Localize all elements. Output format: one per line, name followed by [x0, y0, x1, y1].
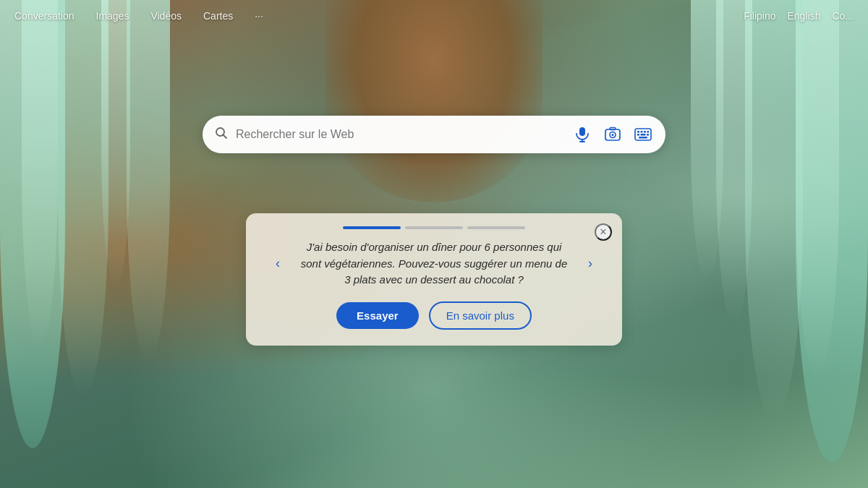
svg-rect-13: [647, 131, 650, 133]
svg-rect-8: [610, 128, 616, 130]
nav-more[interactable]: ···: [255, 10, 263, 22]
nav-cartes[interactable]: Cartes: [203, 10, 233, 22]
keyboard-icon[interactable]: [632, 124, 654, 145]
card-progress: [266, 226, 602, 229]
try-button[interactable]: Essayer: [336, 302, 419, 329]
microphone-icon[interactable]: [571, 124, 593, 145]
camera-search-icon[interactable]: [602, 124, 624, 145]
nav-filipino[interactable]: Filipino: [744, 10, 775, 22]
close-button[interactable]: ×: [595, 223, 612, 241]
search-bar: [203, 116, 665, 153]
search-input[interactable]: [236, 128, 571, 141]
suggestion-card: × ‹ J'ai besoin d'organiser un dîner pou…: [246, 213, 622, 346]
svg-line-1: [224, 135, 227, 139]
search-icons-right: [571, 124, 654, 145]
svg-rect-11: [641, 131, 643, 133]
nav-images[interactable]: Images: [96, 10, 129, 22]
svg-rect-14: [637, 134, 639, 136]
progress-bar-1: [343, 226, 401, 229]
card-body: ‹ J'ai besoin d'organiser un dîner pour …: [266, 239, 602, 288]
nav-videos[interactable]: Vidéos: [150, 10, 182, 22]
progress-bar-3: [467, 226, 525, 229]
svg-rect-10: [637, 131, 639, 133]
suggestion-text: J'ai besoin d'organiser un dîner pour 6 …: [298, 239, 570, 288]
prev-button[interactable]: ‹: [266, 252, 289, 275]
search-icon: [214, 126, 229, 143]
nav-links: Conversation Images Vidéos Cartes ···: [14, 10, 263, 22]
nav-english[interactable]: English: [788, 10, 821, 22]
search-area: [203, 116, 665, 153]
nav-conversation[interactable]: Conversation: [14, 10, 75, 22]
nav-more-lang[interactable]: Co...: [832, 10, 854, 22]
svg-rect-17: [639, 137, 647, 139]
next-button[interactable]: ›: [579, 252, 602, 275]
svg-rect-2: [579, 127, 585, 136]
svg-point-7: [612, 134, 614, 136]
card-actions: Essayer En savoir plus: [266, 301, 602, 330]
progress-bar-2: [405, 226, 463, 229]
svg-rect-12: [644, 131, 646, 133]
svg-rect-15: [641, 134, 646, 136]
nav-right: Filipino English Co...: [744, 10, 854, 22]
topnav: Conversation Images Vidéos Cartes ··· Fi…: [0, 0, 868, 32]
learn-more-button[interactable]: En savoir plus: [429, 301, 532, 330]
svg-rect-16: [647, 134, 649, 136]
